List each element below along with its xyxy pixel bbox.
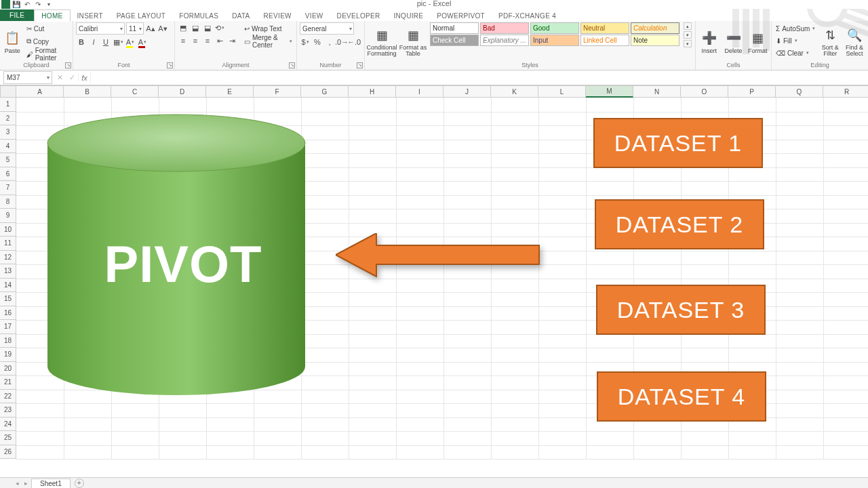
conditional-formatting-button[interactable]: ▦ Conditional Formatting	[368, 22, 396, 62]
redo-icon[interactable]: ↷	[33, 0, 43, 9]
col-header-F[interactable]: F	[254, 85, 301, 98]
format-cells-button[interactable]: ▦Format	[747, 22, 768, 62]
styles-scroll-down-icon[interactable]: ▾	[684, 31, 692, 39]
decrease-decimal-icon[interactable]: ←.0	[349, 37, 359, 47]
copy-button[interactable]: ⧉Copy	[25, 35, 70, 47]
align-bottom-icon[interactable]: ⬓	[202, 22, 213, 33]
dataset-box-1[interactable]: DATASET 1	[593, 118, 763, 168]
style-explanatory[interactable]: Explanatory ...	[480, 35, 529, 46]
wrap-text-button[interactable]: ↩Wrap Text	[243, 22, 294, 35]
bold-button[interactable]: B	[76, 37, 87, 47]
row-header-21[interactable]: 21	[0, 375, 16, 390]
style-normal[interactable]: Normal	[430, 22, 479, 34]
worksheet-grid[interactable]: ABCDEFGHIJKLMNOPQR 123456789101112131415…	[0, 85, 868, 465]
enter-formula-icon[interactable]: ✓	[66, 73, 78, 82]
format-painter-button[interactable]: 🖌Format Painter	[25, 48, 70, 60]
row-header-9[interactable]: 9	[0, 209, 16, 223]
align-left-icon[interactable]: ≡	[178, 35, 189, 46]
row-header-24[interactable]: 24	[0, 418, 16, 432]
row-header-11[interactable]: 11	[0, 237, 16, 251]
tab-view[interactable]: VIEW	[298, 10, 330, 21]
undo-icon[interactable]: ↶	[22, 0, 32, 9]
tab-pdf-xchange[interactable]: PDF-XChange 4	[492, 10, 563, 21]
style-input[interactable]: Input	[530, 35, 579, 46]
row-header-12[interactable]: 12	[0, 251, 16, 265]
sheet-nav-next-icon[interactable]: ▸	[22, 480, 30, 487]
col-header-G[interactable]: G	[301, 85, 349, 98]
font-name-combo[interactable]: Calibri	[76, 22, 125, 35]
col-header-K[interactable]: K	[491, 85, 538, 98]
find-select-button[interactable]: 🔍Find & Select	[844, 22, 865, 62]
align-top-icon[interactable]: ⬒	[178, 22, 189, 33]
row-header-3[interactable]: 3	[0, 125, 16, 140]
row-header-4[interactable]: 4	[0, 140, 16, 154]
font-launcher-icon[interactable]: ↘	[167, 62, 173, 68]
row-header-26[interactable]: 26	[0, 445, 16, 460]
row-header-22[interactable]: 22	[0, 390, 16, 404]
col-header-B[interactable]: B	[64, 85, 111, 98]
dataset-box-3[interactable]: DATASET 3	[596, 285, 766, 335]
align-center-icon[interactable]: ≡	[190, 35, 201, 46]
col-header-L[interactable]: L	[538, 85, 586, 98]
row-header-6[interactable]: 6	[0, 167, 16, 182]
row-header-14[interactable]: 14	[0, 279, 16, 293]
dataset-box-4[interactable]: DATASET 4	[597, 371, 766, 422]
styles-more-icon[interactable]: ▾	[684, 40, 692, 47]
row-header-16[interactable]: 16	[0, 306, 16, 321]
fill-color-button[interactable]: A	[125, 37, 136, 47]
tab-data[interactable]: DATA	[225, 10, 256, 21]
cancel-formula-icon[interactable]: ✕	[54, 73, 66, 82]
select-all-corner[interactable]	[0, 85, 16, 98]
row-header-7[interactable]: 7	[0, 181, 16, 195]
row-header-17[interactable]: 17	[0, 320, 16, 334]
col-header-J[interactable]: J	[443, 85, 491, 98]
row-header-25[interactable]: 25	[0, 431, 16, 445]
row-header-18[interactable]: 18	[0, 334, 16, 348]
align-right-icon[interactable]: ≡	[202, 35, 213, 46]
border-button[interactable]: ▦	[113, 37, 123, 47]
col-header-H[interactable]: H	[349, 85, 396, 98]
col-header-C[interactable]: C	[111, 85, 159, 98]
save-icon[interactable]: 💾	[12, 0, 21, 9]
tab-developer[interactable]: DEVELOPER	[330, 10, 387, 21]
clear-button[interactable]: ⌫Clear	[774, 47, 816, 59]
col-header-M[interactable]: M	[586, 85, 633, 98]
sort-filter-button[interactable]: ⇅Sort & Filter	[819, 22, 841, 62]
align-middle-icon[interactable]: ⬓	[190, 22, 201, 33]
row-header-23[interactable]: 23	[0, 403, 16, 418]
merge-center-button[interactable]: ▭Merge & Center	[243, 35, 294, 47]
col-header-A[interactable]: A	[16, 85, 64, 98]
tab-formulas[interactable]: FORMULAS	[172, 10, 225, 21]
style-note[interactable]: Note	[631, 35, 679, 46]
number-format-combo[interactable]: General	[300, 22, 354, 35]
insert-cells-button[interactable]: ➕Insert	[698, 22, 720, 62]
row-header-15[interactable]: 15	[0, 292, 16, 306]
format-as-table-button[interactable]: ▦ Format as Table	[399, 22, 427, 62]
sheet-tab-active[interactable]: Sheet1	[31, 479, 71, 488]
col-header-Q[interactable]: Q	[776, 85, 823, 98]
clipboard-launcher-icon[interactable]: ↘	[65, 62, 71, 68]
delete-cells-button[interactable]: ➖Delete	[723, 22, 745, 62]
accounting-format-icon[interactable]: $	[300, 37, 311, 47]
col-header-D[interactable]: D	[159, 85, 206, 98]
qat-customize-icon[interactable]: ▾	[44, 0, 54, 9]
grow-font-icon[interactable]: A▴	[145, 23, 156, 34]
underline-button[interactable]: U	[100, 37, 111, 47]
style-check-cell[interactable]: Check Cell	[430, 35, 479, 46]
tab-insert[interactable]: INSERT	[71, 10, 110, 21]
percent-format-icon[interactable]: %	[312, 37, 323, 47]
name-box[interactable]: M37	[3, 71, 52, 84]
style-calculation[interactable]: Calculation	[631, 22, 679, 34]
paste-button[interactable]: 📋 Paste	[3, 22, 22, 62]
tab-file[interactable]: FILE	[0, 9, 34, 21]
col-header-E[interactable]: E	[206, 85, 254, 98]
orientation-icon[interactable]: ⟲	[214, 22, 225, 33]
row-header-20[interactable]: 20	[0, 362, 16, 376]
indent-decrease-icon[interactable]: ⇤	[214, 35, 225, 46]
indent-increase-icon[interactable]: ⇥	[226, 35, 237, 46]
style-neutral[interactable]: Neutral	[580, 22, 629, 34]
fill-button[interactable]: ⬇Fill	[774, 35, 816, 47]
comma-format-icon[interactable]: ,	[324, 37, 335, 47]
increase-decimal-icon[interactable]: .0→	[336, 37, 347, 47]
style-good[interactable]: Good	[530, 22, 579, 34]
